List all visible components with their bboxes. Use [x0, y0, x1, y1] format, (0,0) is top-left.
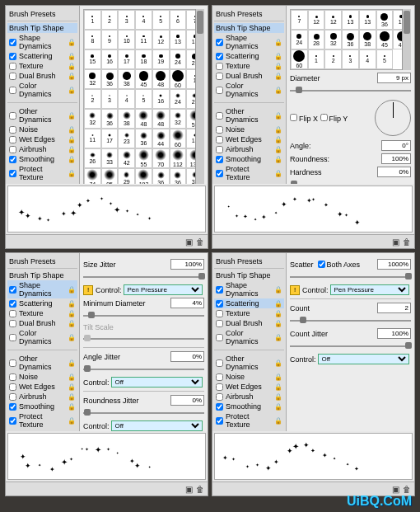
option-checkbox[interactable]	[9, 403, 16, 411]
preset-cell[interactable]: 44	[152, 129, 170, 148]
preset-cell[interactable]: 18	[135, 49, 152, 69]
preset-cell[interactable]: 60	[170, 129, 187, 148]
lock-icon[interactable]: 🔒	[274, 417, 282, 425]
sidebar-item-scattering[interactable]: Scattering🔒	[214, 298, 284, 308]
min-diameter-slider[interactable]	[83, 311, 204, 321]
scrollbar[interactable]	[402, 9, 411, 70]
new-preset-icon[interactable]: ▣	[392, 485, 399, 494]
option-checkbox[interactable]	[216, 87, 223, 94]
lock-icon[interactable]: 🔒	[274, 39, 282, 46]
diameter-slider[interactable]	[290, 86, 411, 96]
sidebar-item-shape-dynamics[interactable]: Shape Dynamics🔒	[214, 33, 284, 51]
preset-cell[interactable]: 23	[118, 129, 135, 148]
lock-icon[interactable]: 🔒	[274, 87, 282, 94]
preset-cell[interactable]: 74	[84, 168, 101, 184]
sidebar-header[interactable]: Brush Presets	[7, 7, 77, 21]
option-checkbox[interactable]	[216, 300, 223, 308]
option-checkbox[interactable]	[216, 320, 223, 327]
sidebar-item-smoothing[interactable]: Smoothing🔒	[214, 402, 284, 411]
preset-cell[interactable]: 112	[170, 148, 187, 168]
preset-cell[interactable]: 4	[118, 89, 135, 109]
preset-cell[interactable]: 33	[101, 148, 119, 168]
sidebar-item-airbrush[interactable]: Airbrush🔒	[7, 392, 77, 402]
lock-icon[interactable]: 🔒	[274, 136, 282, 143]
option-checkbox[interactable]	[216, 53, 223, 60]
preset-cell[interactable]: 1	[308, 49, 325, 69]
preset-cell[interactable]: 2	[84, 89, 101, 109]
preset-cell[interactable]: 5	[135, 89, 152, 109]
scatter-slider[interactable]	[290, 272, 411, 282]
option-checkbox[interactable]	[9, 112, 16, 120]
sidebar-item-protect-texture[interactable]: Protect Texture🔒	[214, 411, 284, 430]
option-checkbox[interactable]	[216, 156, 223, 163]
option-checkbox[interactable]	[9, 359, 16, 367]
diameter-input[interactable]	[377, 73, 411, 83]
sidebar-item-dual-brush[interactable]: Dual Brush🔒	[7, 318, 77, 328]
lock-icon[interactable]: 🔒	[68, 383, 76, 391]
sidebar-item-noise[interactable]: Noise🔒	[214, 372, 284, 382]
option-checkbox[interactable]	[9, 73, 16, 80]
brush-tip-shape[interactable]: Brush Tip Shape	[7, 23, 77, 33]
preset-cell[interactable]: 1	[84, 10, 101, 30]
lock-icon[interactable]: 🔒	[68, 373, 76, 381]
preset-cell[interactable]: 16	[152, 89, 170, 109]
option-checkbox[interactable]	[9, 39, 16, 46]
size-jitter-slider[interactable]	[83, 272, 204, 282]
preset-cell[interactable]: 45	[376, 30, 394, 49]
sidebar-item-smoothing[interactable]: Smoothing🔒	[214, 154, 284, 164]
option-checkbox[interactable]	[9, 53, 16, 60]
preset-cell[interactable]: 32	[170, 109, 187, 129]
lock-icon[interactable]: 🔒	[274, 63, 282, 70]
preset-cell[interactable]: 24	[170, 89, 187, 109]
option-checkbox[interactable]	[9, 156, 16, 163]
sidebar-header[interactable]: Brush Presets	[214, 255, 284, 269]
sidebar-item-wet-edges[interactable]: Wet Edges🔒	[7, 134, 77, 144]
lock-icon[interactable]: 🔒	[274, 156, 282, 163]
preset-cell[interactable]: 19	[152, 49, 170, 69]
lock-icon[interactable]: 🔒	[68, 87, 76, 94]
sidebar-header[interactable]: Brush Presets	[214, 7, 284, 21]
option-checkbox[interactable]	[216, 170, 223, 177]
preset-cell[interactable]: 8	[84, 30, 101, 49]
preset-cell[interactable]: 3	[342, 49, 359, 69]
lock-icon[interactable]: 🔒	[68, 126, 76, 134]
flipy-checkbox[interactable]	[320, 114, 328, 121]
preset-cell[interactable]: 3	[101, 89, 119, 109]
option-checkbox[interactable]	[216, 136, 223, 143]
angle-control-select[interactable]: Off	[111, 377, 203, 388]
sidebar-item-airbrush[interactable]: Airbrush🔒	[214, 144, 284, 154]
option-checkbox[interactable]	[9, 63, 16, 70]
sidebar-item-other-dynamics[interactable]: Other Dynamics🔒	[214, 354, 284, 372]
preset-cell[interactable]: 55	[135, 148, 152, 168]
option-checkbox[interactable]	[216, 373, 223, 381]
lock-icon[interactable]: 🔒	[68, 359, 76, 367]
sidebar-item-wet-edges[interactable]: Wet Edges🔒	[7, 382, 77, 392]
option-checkbox[interactable]	[9, 393, 16, 401]
lock-icon[interactable]: 🔒	[68, 286, 76, 294]
roundness-control-select[interactable]: Off	[111, 420, 203, 431]
preset-cell[interactable]: 12	[308, 10, 325, 30]
sidebar-item-dual-brush[interactable]: Dual Brush🔒	[214, 318, 284, 328]
hardness-input[interactable]	[377, 167, 411, 177]
preset-grid[interactable]: 1234567891011121314151617181924283236384…	[83, 9, 204, 184]
lock-icon[interactable]: 🔒	[68, 39, 76, 46]
lock-icon[interactable]: 🔒	[274, 334, 282, 341]
option-checkbox[interactable]	[9, 320, 16, 327]
preset-cell[interactable]: 2	[101, 10, 119, 30]
sidebar-item-shape-dynamics[interactable]: Shape Dynamics🔒	[7, 280, 77, 298]
preset-cell[interactable]: 5	[152, 10, 170, 30]
sidebar-item-protect-texture[interactable]: Protect Texture🔒	[7, 164, 77, 182]
preset-cell[interactable]: 48	[152, 69, 170, 89]
sidebar-item-other-dynamics[interactable]: Other Dynamics🔒	[7, 106, 77, 124]
lock-icon[interactable]: 🔒	[274, 170, 282, 177]
sidebar-item-color-dynamics[interactable]: Color Dynamics🔒	[214, 81, 284, 99]
preset-cell[interactable]: 32	[324, 30, 342, 49]
sidebar-item-protect-texture[interactable]: Protect Texture🔒	[7, 411, 77, 430]
hardness-slider[interactable]	[290, 180, 411, 184]
option-checkbox[interactable]	[216, 146, 223, 153]
option-checkbox[interactable]	[216, 359, 223, 367]
preset-cell[interactable]: 38	[118, 109, 135, 129]
preset-cell[interactable]: 70	[152, 148, 170, 168]
option-checkbox[interactable]	[9, 286, 16, 294]
preset-cell[interactable]: 7	[291, 10, 308, 30]
